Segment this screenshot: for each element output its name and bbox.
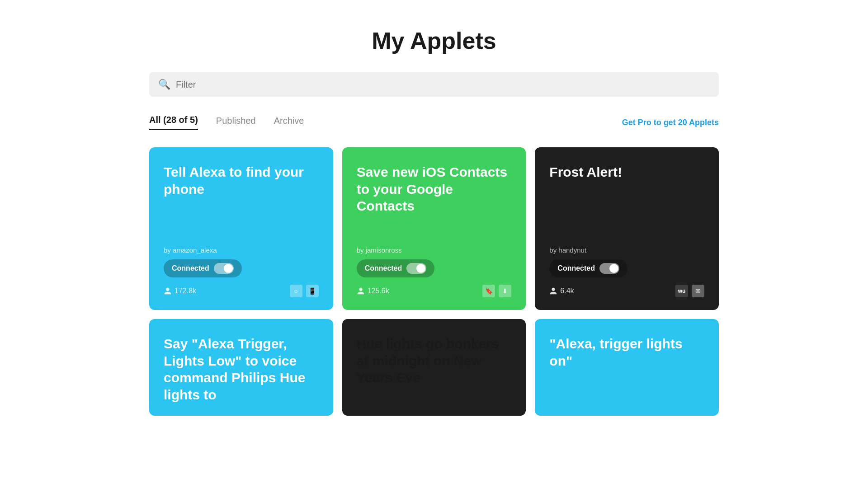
applet-bottom-3: by handynut Connected 6.4k wu ✉	[549, 246, 704, 297]
applet-icons-3: wu ✉	[675, 285, 704, 297]
applet-footer-3: 6.4k wu ✉	[549, 285, 704, 297]
applet-users-2: 125.6k	[357, 287, 389, 295]
search-bar: 🔍	[149, 72, 719, 97]
applets-grid: Tell Alexa to find your phone by amazon_…	[149, 147, 719, 416]
applet-title-2: Save new iOS Contacts to your Google Con…	[357, 164, 512, 237]
tabs-left: All (28 of 5) Published Archive	[149, 115, 304, 130]
connected-label-2: Connected	[365, 264, 402, 272]
applet-author-3: by handynut	[549, 246, 704, 254]
connected-toggle-3[interactable]: Connected	[549, 259, 627, 277]
toggle-switch-1[interactable]	[214, 263, 234, 274]
toggle-knob-1	[224, 264, 233, 273]
applet-users-1: 172.8k	[164, 287, 196, 295]
applet-bottom-2: by jamisonross Connected 125.6k 🔖 ⬇	[357, 246, 512, 297]
applet-title-3: Frost Alert!	[549, 164, 704, 237]
search-input[interactable]	[176, 80, 710, 90]
connected-label-3: Connected	[557, 264, 595, 272]
toggle-switch-2[interactable]	[406, 263, 426, 274]
tab-published[interactable]: Published	[216, 116, 256, 130]
page-title: My Applets	[149, 27, 719, 54]
users-icon-3	[549, 287, 557, 295]
users-count-3: 6.4k	[560, 287, 574, 295]
applet-card-5[interactable]: Hue lights go bonkers at midnight on New…	[342, 319, 526, 416]
service-icon-phone: 📱	[306, 285, 319, 297]
applet-title-4: Say "Alexa Trigger, Lights Low" to voice…	[164, 335, 319, 403]
tab-archive[interactable]: Archive	[274, 116, 304, 130]
applet-title-1: Tell Alexa to find your phone	[164, 164, 319, 237]
applet-author-1: by amazon_alexa	[164, 246, 319, 254]
applet-card-3[interactable]: Frost Alert! by handynut Connected 6.4k …	[535, 147, 719, 310]
service-icon-alexa: ○	[290, 285, 302, 297]
applet-users-3: 6.4k	[549, 287, 574, 295]
tabs-row: All (28 of 5) Published Archive Get Pro …	[149, 115, 719, 131]
applet-bottom-1: by amazon_alexa Connected 172.8k ○ 📱	[164, 246, 319, 297]
applet-footer-1: 172.8k ○ 📱	[164, 285, 319, 297]
applet-card-6[interactable]: "Alexa, trigger lights on"	[535, 319, 719, 416]
service-icon-weather: wu	[675, 285, 688, 297]
applet-title-6: "Alexa, trigger lights on"	[549, 335, 704, 403]
service-icon-google: ⬇	[499, 285, 511, 297]
toggle-knob-3	[609, 264, 618, 273]
connected-toggle-2[interactable]: Connected	[357, 259, 435, 277]
applet-icons-2: 🔖 ⬇	[482, 285, 511, 297]
service-icon-ios: 🔖	[482, 285, 495, 297]
service-icon-mail: ✉	[692, 285, 704, 297]
applet-card-1[interactable]: Tell Alexa to find your phone by amazon_…	[149, 147, 333, 310]
applet-title-5: Hue lights go bonkers at midnight on New…	[357, 335, 512, 403]
toggle-knob-2	[416, 264, 425, 273]
connected-toggle-1[interactable]: Connected	[164, 259, 242, 277]
users-icon-1	[164, 287, 172, 295]
users-icon-2	[357, 287, 365, 295]
get-pro-link[interactable]: Get Pro to get 20 Applets	[622, 118, 719, 127]
connected-label-1: Connected	[172, 264, 209, 272]
tab-all[interactable]: All (28 of 5)	[149, 115, 198, 130]
applet-author-2: by jamisonross	[357, 246, 512, 254]
search-icon: 🔍	[158, 79, 170, 90]
applet-card-4[interactable]: Say "Alexa Trigger, Lights Low" to voice…	[149, 319, 333, 416]
users-count-1: 172.8k	[175, 287, 196, 295]
applet-card-2[interactable]: Save new iOS Contacts to your Google Con…	[342, 147, 526, 310]
applet-footer-2: 125.6k 🔖 ⬇	[357, 285, 512, 297]
applet-icons-1: ○ 📱	[290, 285, 319, 297]
users-count-2: 125.6k	[368, 287, 389, 295]
toggle-switch-3[interactable]	[599, 263, 619, 274]
